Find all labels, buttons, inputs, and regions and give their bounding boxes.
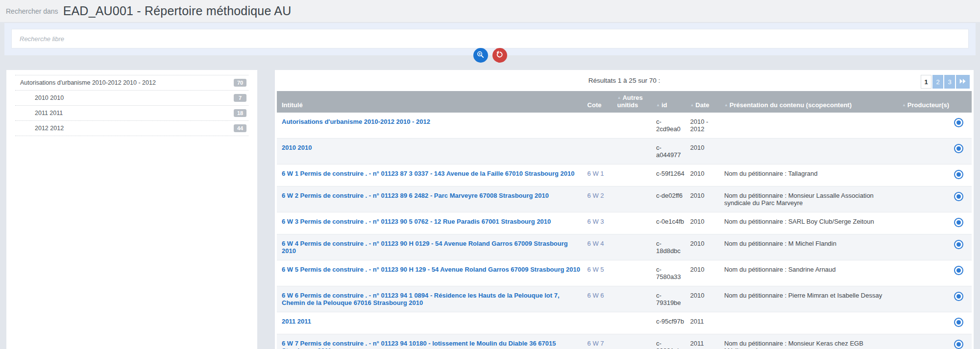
cell-autres-unitids <box>615 286 654 312</box>
record-title-link[interactable]: 2010 2010 <box>282 144 312 151</box>
cell-producteur <box>900 260 952 286</box>
cell-scopecontent <box>722 113 900 139</box>
tree-item[interactable]: 2012 2012 44 <box>15 120 248 136</box>
cell-autres-unitids <box>615 234 654 260</box>
cell-id: c-2cd9ea0 <box>654 113 688 139</box>
tree-item-label: Autorisations d'urbanisme 2010-2012 2010… <box>20 79 156 86</box>
view-record-eye-icon <box>954 240 963 249</box>
cell-date: 2011 <box>688 334 722 349</box>
cell-autres-unitids <box>615 164 654 186</box>
cell-autres-unitids <box>615 312 654 334</box>
cell-producteur <box>900 312 952 334</box>
cell-scopecontent: Nom du pétitionnaire : SARL Boy Club/Ser… <box>722 212 900 234</box>
tree-item-label: 2010 2010 <box>35 94 64 101</box>
tree-panel: Autorisations d'urbanisme 2010-2012 2010… <box>6 70 257 349</box>
sort-arrow-icon: ▲ <box>902 103 906 107</box>
search-button[interactable] <box>473 48 488 63</box>
tree-item-count-badge: 44 <box>234 124 246 132</box>
record-title-link[interactable]: 6 W 3 Permis de construire . - n° 01123 … <box>282 218 551 225</box>
record-title-link[interactable]: 6 W 1 Permis de construire . - n° 01123 … <box>282 170 574 177</box>
view-record-button[interactable] <box>954 192 963 203</box>
column-header[interactable]: ▲id <box>654 91 688 113</box>
record-title-link[interactable]: Autorisations d'urbanisme 2010-2012 2010… <box>282 118 430 125</box>
sort-arrow-icon: ▲ <box>724 103 728 107</box>
cell-id: c-0e1c4fb <box>654 212 688 234</box>
cell-scopecontent: Nom du pétitionnaire : M Michel Flandin <box>722 234 900 260</box>
cell-autres-unitids <box>615 334 654 349</box>
cell-scopecontent: Nom du pétitionnaire : Sandrine Arnaud <box>722 260 900 286</box>
view-record-eye-icon <box>954 144 963 153</box>
record-title-link[interactable]: 6 W 4 Permis de construire . - n° 01123 … <box>282 240 568 255</box>
sort-arrow-icon: ▲ <box>690 103 694 107</box>
sort-arrow-icon: ▲ <box>656 103 660 107</box>
record-cote-link[interactable]: 6 W 5 <box>588 266 604 273</box>
cell-producteur <box>900 212 952 234</box>
record-cote-link[interactable]: 6 W 6 <box>588 292 604 299</box>
view-record-button[interactable] <box>954 266 963 277</box>
tree-item[interactable]: 2011 2011 18 <box>15 105 248 120</box>
reset-button[interactable] <box>492 48 507 63</box>
view-record-button[interactable] <box>954 318 963 328</box>
results-table-body: Autorisations d'urbanisme 2010-2012 2010… <box>277 113 972 349</box>
cell-id: c-80821eb <box>654 334 688 349</box>
cell-scopecontent: Nom du pétitionnaire : Pierre Mimran et … <box>722 286 900 312</box>
view-record-eye-icon <box>954 170 963 179</box>
tree-item[interactable]: 2010 2010 7 <box>15 90 248 105</box>
table-row: 6 W 2 Permis de construire . - n° 01123 … <box>277 186 972 212</box>
record-cote-link[interactable]: 6 W 7 <box>588 340 604 347</box>
view-record-eye-icon <box>954 292 963 301</box>
actions-column-header <box>952 91 972 113</box>
column-header[interactable]: ▲Présentation du contenu (scopecontent) <box>722 91 900 113</box>
table-row: 6 W 3 Permis de construire . - n° 01123 … <box>277 212 972 234</box>
table-row: 6 W 1 Permis de construire . - n° 01123 … <box>277 164 972 186</box>
tree-item[interactable]: Autorisations d'urbanisme 2010-2012 2010… <box>15 75 248 90</box>
cell-producteur <box>900 334 952 349</box>
record-title-link[interactable]: 2011 2011 <box>282 318 311 325</box>
view-record-button[interactable] <box>954 218 963 229</box>
view-record-button[interactable] <box>954 240 963 251</box>
table-row: 6 W 6 Permis de construire . - n° 01123 … <box>277 286 972 312</box>
cell-autres-unitids <box>615 186 654 212</box>
view-record-button[interactable] <box>954 170 963 181</box>
view-record-button[interactable] <box>954 118 963 129</box>
column-header[interactable]: ▲Producteur(s) <box>900 91 952 113</box>
cell-id: c-79319be <box>654 286 688 312</box>
view-record-eye-icon <box>954 218 963 227</box>
search-in-label: Rechercher dans <box>6 7 58 15</box>
tree-item-count-badge: 70 <box>234 79 246 87</box>
tree-item-label: 2011 2011 <box>35 110 63 116</box>
record-cote-link[interactable]: 6 W 2 <box>588 192 604 199</box>
page-title: EAD_AU001 - Répertoire méthodique AU <box>63 4 292 18</box>
record-title-link[interactable]: 6 W 6 Permis de construire . - n° 01123 … <box>282 292 560 306</box>
table-row: 2010 2010 c-a044977 2010 <box>277 139 972 164</box>
cell-date: 2010 <box>688 139 722 164</box>
record-title-link[interactable]: 6 W 5 Permis de construire . - n° 01123 … <box>282 266 580 273</box>
pagination-page-button[interactable]: 3 <box>944 75 955 89</box>
pagination-next-button[interactable] <box>956 75 970 89</box>
cell-id: c-95cf97b <box>654 312 688 334</box>
cell-producteur <box>900 234 952 260</box>
record-title-link[interactable]: 6 W 2 Permis de construire . - n° 01123 … <box>282 192 549 199</box>
column-header[interactable]: Intitulé <box>277 91 586 113</box>
cell-id: c-a044977 <box>654 139 688 164</box>
column-header[interactable]: Cote <box>586 91 615 113</box>
view-record-button[interactable] <box>954 144 963 155</box>
record-cote-link[interactable]: 6 W 1 <box>588 170 604 177</box>
cell-producteur <box>900 164 952 186</box>
results-table-header: Intitulé Cote ▲Autres unitids ▲id ▲Date … <box>277 91 972 113</box>
column-header[interactable]: ▲Date <box>688 91 722 113</box>
column-header[interactable]: ▲Autres unitids <box>615 91 654 113</box>
view-record-eye-icon <box>954 266 963 275</box>
view-record-button[interactable] <box>954 340 963 349</box>
cell-id: c-de02ff6 <box>654 186 688 212</box>
pagination-page-button[interactable]: 2 <box>932 75 943 89</box>
cell-producteur <box>900 286 952 312</box>
pagination-page-current[interactable]: 1 <box>921 75 931 89</box>
view-record-button[interactable] <box>954 292 963 302</box>
record-cote-link[interactable]: 6 W 3 <box>588 218 604 225</box>
cell-producteur <box>900 139 952 164</box>
record-title-link[interactable]: 6 W 7 Permis de construire . - n° 01123 … <box>282 340 556 349</box>
record-cote-link[interactable]: 6 W 4 <box>588 240 604 247</box>
cell-date: 2010 <box>688 234 722 260</box>
search-input[interactable] <box>11 29 969 48</box>
